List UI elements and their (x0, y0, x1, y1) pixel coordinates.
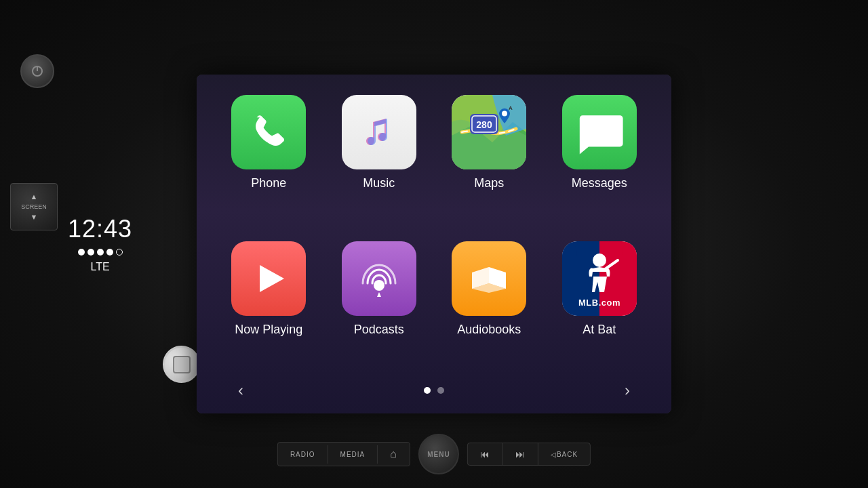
audiobooks-label: Audiobooks (457, 323, 521, 337)
screen-arrows: ▲ (31, 192, 38, 201)
home-button[interactable] (163, 346, 200, 383)
svg-rect-14 (622, 241, 637, 316)
atbat-icon: MLB.com (562, 241, 637, 316)
app-phone[interactable]: Phone (224, 95, 314, 228)
app-messages[interactable]: Messages (555, 95, 645, 228)
apps-grid: Phone Music (224, 95, 644, 374)
next-page-button[interactable]: › (617, 381, 637, 400)
page-indicators (424, 387, 444, 394)
music-icon (342, 95, 416, 169)
svg-text:A: A (509, 105, 513, 111)
signal-dot-1 (78, 249, 85, 256)
car-background: ▲ SCREEN ▼ 12:43 LTE Ph (0, 0, 868, 488)
maps-label: Maps (474, 176, 504, 190)
app-atbat[interactable]: MLB.com At Bat (555, 241, 645, 374)
signal-dot-5 (116, 249, 123, 256)
audiobooks-icon (452, 241, 526, 316)
page-dot-1 (424, 387, 431, 394)
side-panel: 12:43 LTE (68, 215, 132, 273)
svg-point-9 (374, 280, 384, 291)
next-track-button[interactable]: ⏭ (503, 443, 538, 465)
app-nowplaying[interactable]: Now Playing (224, 241, 314, 374)
svg-point-15 (593, 253, 606, 267)
carplay-screen: Phone Music (197, 75, 671, 413)
home-button-inner (173, 356, 191, 373)
home-hw-button[interactable]: ⌂ (378, 443, 410, 466)
signal-dot-3 (97, 249, 104, 256)
atbat-label: At Bat (583, 323, 616, 337)
podcasts-icon (342, 241, 416, 316)
radio-button[interactable]: RADIO (278, 445, 328, 464)
media-button[interactable]: MEDIA (328, 445, 378, 464)
svg-marker-8 (260, 265, 284, 292)
podcasts-label: Podcasts (354, 323, 404, 337)
svg-text:280: 280 (477, 119, 493, 130)
network-label: LTE (90, 261, 109, 273)
nowplaying-icon (231, 241, 306, 316)
app-maps[interactable]: 280 A Maps (444, 95, 534, 228)
prev-track-button[interactable]: ⏮ (468, 443, 503, 465)
app-music[interactable]: Music (334, 95, 425, 228)
screen-navigation: ‹ › (224, 381, 644, 400)
phone-icon (231, 95, 306, 169)
nowplaying-label: Now Playing (235, 323, 302, 337)
svg-point-6 (502, 111, 507, 117)
menu-knob-label: MENU (427, 451, 450, 458)
page-dot-2 (437, 387, 444, 394)
app-audiobooks[interactable]: Audiobooks (444, 241, 534, 374)
time-display: 12:43 (68, 215, 132, 243)
music-label: Music (363, 176, 395, 190)
hardware-controls-bar: RADIO MEDIA ⌂ MENU ⏮ ⏭ ◁BACK (277, 434, 591, 474)
signal-dot-2 (87, 249, 94, 256)
signal-dots (78, 249, 123, 256)
menu-knob[interactable]: MENU (418, 434, 459, 474)
prev-page-button[interactable]: ‹ (231, 381, 251, 400)
svg-text:MLB.com: MLB.com (578, 298, 620, 308)
messages-label: Messages (572, 176, 627, 190)
phone-label: Phone (251, 176, 286, 190)
messages-icon (562, 95, 637, 169)
back-button[interactable]: ◁BACK (538, 445, 590, 464)
screen-arrows-down: ▼ (31, 213, 38, 221)
app-podcasts[interactable]: Podcasts (334, 241, 425, 374)
signal-dot-4 (106, 249, 113, 256)
maps-icon: 280 A (452, 95, 526, 169)
svg-rect-12 (562, 241, 577, 316)
power-button[interactable] (20, 54, 54, 88)
screen-button[interactable]: ▲ SCREEN ▼ (10, 183, 58, 230)
screen-label: SCREEN (21, 203, 47, 210)
